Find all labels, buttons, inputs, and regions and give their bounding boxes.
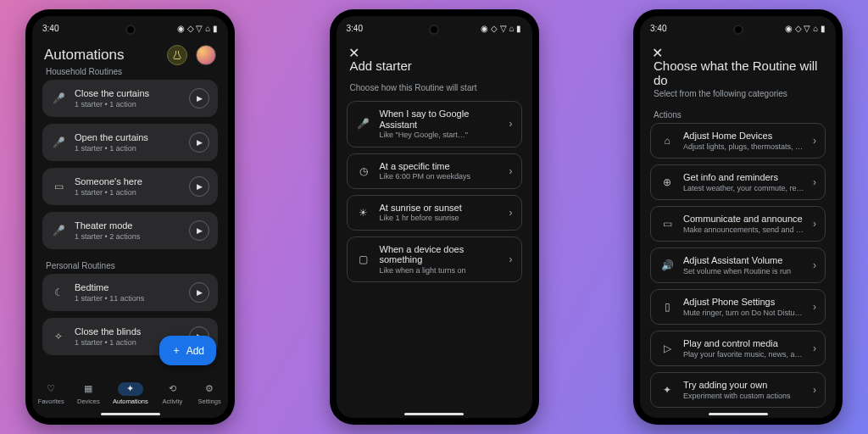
camera-cutout xyxy=(429,25,439,35)
nav-label: Activity xyxy=(163,398,183,405)
option-title: Adjust Home Devices xyxy=(683,131,804,142)
history-icon: ⟲ xyxy=(159,382,185,396)
mic-icon: 🎤 xyxy=(51,136,66,148)
phone-icon: ▯ xyxy=(659,301,675,313)
option-subtitle: Play your favorite music, news, and more xyxy=(683,350,804,359)
routine-subtitle: 1 starter • 1 action xyxy=(75,188,181,197)
routine-subtitle: 1 starter • 1 action xyxy=(75,144,181,153)
option-subtitle: Experiment with custom actions xyxy=(683,392,804,400)
play-button[interactable]: ▶ xyxy=(189,220,209,241)
option-title: Adjust Assistant Volume xyxy=(683,255,804,266)
option-row[interactable]: ▷ Play and control media Play your favor… xyxy=(650,331,826,366)
chevron-right-icon: › xyxy=(813,301,816,313)
option-subtitle: Set volume when Routine is run xyxy=(683,267,804,275)
nav-automations[interactable]: ✦Automations xyxy=(113,382,148,405)
section-actions: Actions xyxy=(640,103,836,123)
option-subtitle: Adjust lights, plugs, thermostats, and m… xyxy=(683,142,804,151)
page-title: Choose what the Routine will do xyxy=(640,53,836,89)
routine-title: Bedtime xyxy=(75,282,181,293)
chat-icon: ▭ xyxy=(659,218,675,230)
nav-label: Favorites xyxy=(38,398,64,405)
page-title: Add starter xyxy=(337,53,532,75)
option-subtitle: Mute ringer, turn on Do Not Disturb, and… xyxy=(683,309,804,317)
nav-label: Settings xyxy=(198,398,221,405)
option-subtitle: Like when a light turns on xyxy=(380,266,501,275)
starter-body[interactable]: Add starter Choose how this Routine will… xyxy=(337,53,532,418)
option-row[interactable]: ▭ Communicate and announce Make announce… xyxy=(650,206,826,242)
camera-cutout xyxy=(733,25,743,35)
option-row[interactable]: 🎤 When I say to Google Assistant Like "H… xyxy=(347,101,522,147)
bottom-nav: ♡Favorites ▦Devices ✦Automations ⟲Activi… xyxy=(32,372,228,418)
play-icon: ▷ xyxy=(659,342,675,354)
page-subtitle: Choose how this Routine will start xyxy=(337,75,532,101)
option-row[interactable]: ◷ At a specific time Like 6:00 PM on wee… xyxy=(347,153,522,189)
plus-icon: ＋ xyxy=(171,343,181,358)
info-icon: ⊕ xyxy=(659,176,675,188)
option-row[interactable]: ▢ When a device does something Like when… xyxy=(347,236,522,283)
option-row[interactable]: ☀ At sunrise or sunset Like 1 hr before … xyxy=(347,195,522,231)
mic-icon: 🎤 xyxy=(51,92,66,104)
routine-row[interactable]: 🎤 Open the curtains 1 starter • 1 action… xyxy=(42,124,218,161)
chevron-right-icon: › xyxy=(813,342,816,354)
home-indicator[interactable] xyxy=(404,413,464,415)
chevron-right-icon: › xyxy=(813,218,816,230)
automations-list[interactable]: Household Routines 🎤 Close the curtains … xyxy=(32,62,228,376)
clock-icon: ◷ xyxy=(356,165,371,177)
mic-icon: 🎤 xyxy=(51,225,66,236)
play-button[interactable]: ▶ xyxy=(189,282,209,303)
routine-subtitle: 1 starter • 1 action xyxy=(75,100,181,108)
sparkle-icon: ✦ xyxy=(118,382,143,396)
phone-choose-actions: 3:40 ◉ ◇ ▽ ⌂ ▮ ✕ Choose what the Routine… xyxy=(633,9,843,425)
cast-icon: ▭ xyxy=(51,181,66,192)
routine-subtitle: 1 starter • 11 actions xyxy=(75,294,181,303)
mic-icon: 🎤 xyxy=(356,118,371,130)
chevron-right-icon: › xyxy=(813,259,816,271)
option-row[interactable]: ✦ Try adding your own Experiment with cu… xyxy=(650,372,826,408)
option-title: When I say to Google Assistant xyxy=(380,108,501,130)
status-icons: ◉ ◇ ▽ ⌂ ▮ xyxy=(177,24,218,33)
option-subtitle: Make announcements, send and read texts xyxy=(683,225,804,234)
play-button[interactable]: ▶ xyxy=(189,132,209,153)
play-button[interactable]: ▶ xyxy=(189,88,209,108)
routine-row[interactable]: ▭ Someone's here 1 starter • 1 action ▶ xyxy=(42,168,218,205)
actions-body[interactable]: Choose what the Routine will do Select f… xyxy=(640,53,836,418)
routine-row[interactable]: 🎤 Theater mode 1 starter • 2 actions ▶ xyxy=(42,212,218,249)
routine-title: Open the curtains xyxy=(75,132,181,143)
camera-cutout xyxy=(125,25,136,35)
volume-icon: 🔊 xyxy=(659,259,675,271)
option-row[interactable]: ⌂ Adjust Home Devices Adjust lights, plu… xyxy=(650,123,826,159)
add-button[interactable]: ＋ Add xyxy=(159,336,216,365)
moon-icon: ☾ xyxy=(51,287,66,298)
nav-activity[interactable]: ⟲Activity xyxy=(159,382,185,405)
option-row[interactable]: ⊕ Get info and reminders Latest weather,… xyxy=(650,164,826,200)
chevron-right-icon: › xyxy=(509,253,513,265)
home-indicator[interactable] xyxy=(101,413,160,415)
section-personal: Personal Routines xyxy=(32,256,228,274)
chevron-right-icon: › xyxy=(509,165,513,177)
stage: 3:40 ◉ ◇ ▽ ⌂ ▮ Automations Household Rou… xyxy=(0,0,868,434)
nav-favorites[interactable]: ♡Favorites xyxy=(38,382,64,405)
option-subtitle: Like "Hey Google, start…" xyxy=(380,131,501,139)
home-indicator[interactable] xyxy=(709,413,768,415)
option-row[interactable]: ▯ Adjust Phone Settings Mute ringer, tur… xyxy=(650,289,826,325)
play-button[interactable]: ▶ xyxy=(189,176,209,197)
routine-row[interactable]: ☾ Bedtime 1 starter • 11 actions ▶ xyxy=(42,274,218,311)
nav-label: Devices xyxy=(77,398,100,405)
option-title: Adjust Phone Settings xyxy=(683,297,804,308)
status-time: 3:40 xyxy=(650,24,666,33)
option-subtitle: Like 1 hr before sunrise xyxy=(380,214,501,222)
option-row[interactable]: 🔊 Adjust Assistant Volume Set volume whe… xyxy=(650,248,826,283)
routine-title: Someone's here xyxy=(75,176,181,187)
nav-devices[interactable]: ▦Devices xyxy=(75,382,101,405)
phone-add-starter: 3:40 ◉ ◇ ▽ ⌂ ▮ ✕ Add starter Choose how … xyxy=(330,9,539,425)
nav-settings[interactable]: ⚙Settings xyxy=(197,382,222,405)
page-subtitle: Select from the following categories xyxy=(640,89,836,103)
option-subtitle: Like 6:00 PM on weekdays xyxy=(380,172,501,181)
devices-icon: ▦ xyxy=(75,382,101,396)
status-time: 3:40 xyxy=(42,24,58,33)
routine-row[interactable]: 🎤 Close the curtains 1 starter • 1 actio… xyxy=(42,80,218,117)
option-title: Try adding your own xyxy=(683,380,804,391)
chevron-right-icon: › xyxy=(813,135,816,147)
option-title: When a device does something xyxy=(380,244,501,265)
option-title: At a specific time xyxy=(380,161,501,172)
